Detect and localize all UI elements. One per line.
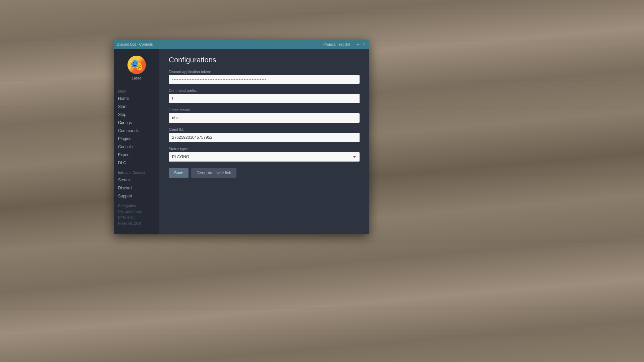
close-button[interactable]: ×: [362, 42, 366, 47]
page-title: Configurations: [169, 56, 360, 64]
save-button[interactable]: Save: [169, 168, 189, 178]
game-status-group: Game status:: [169, 108, 360, 123]
sidebar-item-support[interactable]: Support: [114, 192, 159, 200]
client-id-input[interactable]: [169, 133, 360, 142]
sidebar-item-home[interactable]: Home: [114, 95, 159, 103]
generate-invite-button[interactable]: Generate invite link: [191, 168, 236, 178]
sidebar-item-commands[interactable]: Commands: [114, 127, 159, 135]
button-group: Save Generate invite link: [169, 168, 360, 178]
sidebar-item-plugins[interactable]: Plugins: [114, 135, 159, 143]
main-content: Configurations Discord application token…: [159, 49, 369, 234]
avatar-image: [127, 56, 146, 74]
status-type-select[interactable]: PLAYING STREAMING LISTENING WATCHING: [169, 152, 360, 162]
section-label-categories: Categories: [114, 200, 159, 209]
app-window: Discord Bot - Controls Project: Test Bot…: [114, 40, 369, 234]
prefix-input[interactable]: [169, 94, 360, 103]
sidebar-info-npm: NPM: 6.4.1: [114, 215, 159, 221]
sidebar-item-steam[interactable]: Steam: [114, 176, 159, 184]
section-label-info: Info and Contact: [114, 167, 159, 176]
avatar-area: Lasse: [114, 49, 159, 85]
sidebar-item-dlc[interactable]: DLC: [114, 159, 159, 167]
section-label-main: Main: [114, 85, 159, 95]
minimize-button[interactable]: −: [356, 42, 360, 47]
window-title: Discord Bot - Controls: [117, 42, 153, 46]
window-body: Lasse Main Home Start Stop Configs Comma…: [114, 49, 369, 234]
status-type-group: Status type: PLAYING STREAMING LISTENING…: [169, 147, 360, 162]
game-status-input[interactable]: [169, 113, 360, 123]
sidebar-item-discord[interactable]: Discord: [114, 184, 159, 192]
sidebar-item-export[interactable]: Export: [114, 151, 159, 159]
sidebar-info-os: OS: win32 / x64: [114, 209, 159, 215]
sidebar: Lasse Main Home Start Stop Configs Comma…: [114, 49, 159, 234]
token-label: Discord application token:: [169, 70, 360, 74]
window-controls: − ×: [356, 42, 366, 47]
sidebar-item-stop[interactable]: Stop: [114, 111, 159, 119]
title-bar: Discord Bot - Controls Project: Test Bot…: [114, 40, 369, 49]
client-id-group: Client ID:: [169, 127, 360, 142]
status-type-label: Status type:: [169, 147, 360, 151]
prefix-group: Command prefix:: [169, 88, 360, 103]
sidebar-item-start[interactable]: Start: [114, 103, 159, 111]
client-id-label: Client ID:: [169, 127, 360, 131]
title-bar-right: Project: Test Bot − ×: [323, 42, 366, 47]
token-group: Discord application token:: [169, 70, 360, 84]
avatar: [127, 56, 146, 74]
prefix-label: Command prefix:: [169, 88, 360, 93]
avatar-name: Lasse: [132, 76, 142, 80]
sidebar-item-console[interactable]: Console: [114, 143, 159, 151]
game-status-label: Game status:: [169, 108, 360, 112]
project-label: Project: Test Bot: [323, 42, 350, 46]
sidebar-info-node: Node: v10.10.0: [114, 221, 159, 226]
sidebar-item-configs[interactable]: Configs: [114, 119, 159, 127]
token-input[interactable]: [169, 75, 360, 84]
